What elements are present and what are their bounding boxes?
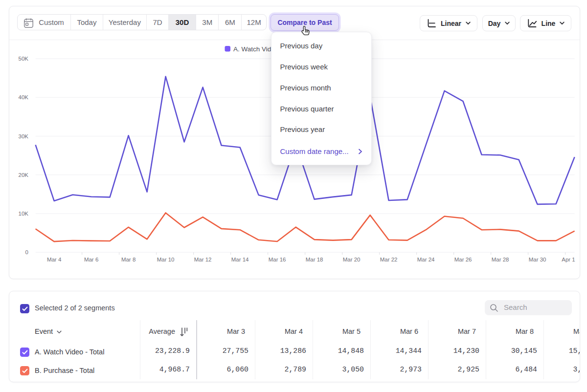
svg-text:Mar 26: Mar 26 xyxy=(454,257,472,262)
svg-text:50K: 50K xyxy=(19,56,29,62)
svg-text:Mar 8: Mar 8 xyxy=(121,257,135,262)
svg-text:Mar 16: Mar 16 xyxy=(269,257,286,262)
svg-text:Mar 20: Mar 20 xyxy=(343,257,361,262)
svg-text:Mar 18: Mar 18 xyxy=(306,257,323,262)
svg-text:30K: 30K xyxy=(19,133,29,139)
svg-text:Mar 24: Mar 24 xyxy=(417,257,435,262)
svg-text:Mar 10: Mar 10 xyxy=(157,257,175,262)
svg-text:Mar 12: Mar 12 xyxy=(194,257,212,262)
svg-text:40K: 40K xyxy=(19,94,29,100)
svg-text:20K: 20K xyxy=(19,172,29,178)
svg-text:0: 0 xyxy=(25,249,28,255)
svg-text:Mar 22: Mar 22 xyxy=(380,257,398,262)
svg-text:Mar 4: Mar 4 xyxy=(47,257,62,262)
svg-text:Mar 28: Mar 28 xyxy=(492,257,509,262)
svg-text:Mar 14: Mar 14 xyxy=(231,257,249,262)
svg-text:10K: 10K xyxy=(19,211,29,217)
svg-text:Mar 6: Mar 6 xyxy=(84,257,98,262)
svg-text:Mar 30: Mar 30 xyxy=(529,257,546,262)
svg-text:Apr 1: Apr 1 xyxy=(562,257,575,262)
